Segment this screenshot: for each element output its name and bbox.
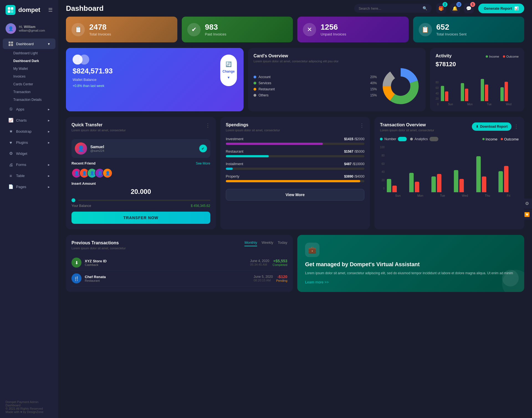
bar-group-sun — [441, 86, 459, 101]
stat-total-number: 2478 — [89, 23, 111, 32]
chart-bar-icon: 📊 — [514, 6, 519, 11]
wallet-change: +0.8% than last week — [73, 84, 113, 88]
transfer-now-button[interactable]: TRANSFER NOW — [71, 212, 210, 224]
stat-sent-invoices: 📋 652 Total Invoices Sent — [413, 17, 525, 42]
tx-item-1: ⬇ XYZ Store ID Cashback June 4, 2020 05:… — [71, 255, 287, 271]
stat-unpaid-number: 1256 — [321, 23, 346, 32]
quick-transfer-title: Quick Transfer — [71, 122, 126, 127]
outcome-legend-label: Outcome — [504, 137, 519, 141]
gift-button[interactable]: 🎁 2 — [436, 3, 446, 13]
filter-number[interactable]: Number — [380, 137, 407, 141]
legend-restaurant-dot — [254, 88, 256, 91]
message-button[interactable]: 💬 5 — [464, 3, 474, 13]
bell-button[interactable]: 🔔 12 — [450, 3, 460, 13]
forms-chevron-icon: ▸ — [48, 163, 50, 167]
tx-overview-more-icon[interactable]: ⋮ — [514, 124, 519, 130]
amount-slider[interactable] — [71, 198, 210, 202]
bar-wed-income — [500, 87, 504, 101]
number-toggle[interactable] — [398, 137, 407, 141]
stat-unpaid-invoices: ✕ 1256 Unpaid Invoices — [297, 17, 409, 42]
sidebar-table-label: Table — [16, 174, 25, 178]
sidebar-item-charts[interactable]: 📈 Charts ▸ — [3, 115, 55, 125]
friend-avatar-5: 👤 — [103, 168, 112, 178]
sidebar-item-table[interactable]: ≡ Table ▸ — [3, 170, 55, 181]
generate-report-button[interactable]: Generate Report 📊 — [478, 4, 524, 13]
svg-rect-4 — [9, 42, 11, 43]
filter-icon-btn[interactable]: 🔽 — [522, 210, 532, 220]
topbar-icons: 🎁 2 🔔 12 💬 5 — [436, 3, 474, 13]
stat-paid-number: 983 — [205, 23, 226, 32]
sidebar-logo: dompet ☰ — [0, 0, 58, 20]
user-info: Hi, William william@gmail.com — [19, 25, 45, 32]
bootstrap-icon: ★ — [8, 129, 13, 134]
sidebar-sub-cards[interactable]: Cards Center — [0, 80, 58, 88]
va-text: Lorem ipsum dolor sit amet, consectetur … — [305, 271, 516, 276]
sidebar-item-dashboard[interactable]: Dashboard ▾ — [3, 39, 55, 49]
apps-icon: ① — [8, 107, 13, 112]
va-decoration2 — [502, 270, 519, 286]
tx-item-2: 🍴 Chef Renata Restaurant June 5, 2020 08… — [71, 271, 287, 286]
restaurant-fill — [226, 155, 269, 157]
sidebar-sub-invoices[interactable]: Invoices — [0, 73, 58, 80]
tab-weekly[interactable]: Weekly — [262, 240, 273, 246]
tab-today[interactable]: Today — [278, 240, 287, 246]
check-icon: ✔ — [199, 145, 207, 152]
activity-title: Activity — [436, 53, 452, 58]
download-report-label: Download Report — [480, 125, 508, 129]
bar-mon-outcome — [465, 89, 468, 101]
search-box: 🔍 — [354, 4, 432, 13]
va-title: Get managed by Dompet's Virtual Assistan… — [305, 261, 516, 268]
stat-total-label: Total Invoices — [89, 32, 111, 36]
sidebar: dompet ☰ 👤 Hi, William william@gmail.com… — [0, 0, 58, 418]
sidebar-item-forms[interactable]: 🖨 Forms ▸ — [3, 159, 55, 170]
cards-overview-subtitle: Lorem ipsum dolor sit amet, consectetur … — [254, 60, 420, 63]
va-icon: 💼 — [305, 243, 319, 257]
page-title: Dashboard — [66, 4, 350, 13]
legend-services: Services 40% — [254, 81, 377, 85]
plugins-chevron-icon: ▸ — [48, 140, 50, 145]
tab-monthly[interactable]: Monthly — [244, 240, 257, 246]
sidebar-sub-dashboard-light[interactable]: Dashboard Light — [0, 49, 58, 57]
filter-analytics[interactable]: Analytics — [410, 137, 438, 141]
user-name: William — [24, 25, 35, 29]
svg-rect-5 — [11, 42, 13, 43]
sidebar-sub-wallet[interactable]: My Wallet — [0, 65, 58, 73]
income-legend-dot — [482, 138, 485, 140]
bar-tue-outcome — [485, 84, 488, 101]
bar-group-wed — [500, 82, 519, 101]
download-report-button[interactable]: ⬇ Download Report — [472, 122, 511, 131]
svg-rect-0 — [8, 7, 10, 10]
insert-amount: 20.000 — [71, 188, 210, 196]
sidebar-sub-dashboard-dark[interactable]: Dashboard Dark — [0, 57, 58, 65]
bootstrap-chevron-icon: ▸ — [48, 129, 50, 134]
va-link[interactable]: Learn more >> — [305, 280, 516, 284]
settings-icon-btn[interactable]: ⚙ — [522, 199, 532, 209]
view-more-button[interactable]: View More — [226, 189, 365, 201]
table-chevron-icon: ▸ — [48, 174, 50, 178]
spending-property: Property $3890 /$4000 — [226, 174, 365, 182]
hamburger-icon[interactable]: ☰ — [48, 7, 53, 13]
transfer-user: 👤 Samuel @sum224 ✔ — [71, 139, 210, 158]
spendings-more-icon[interactable]: ⋮ — [359, 122, 364, 129]
sidebar-sub-transaction[interactable]: Transaction — [0, 88, 58, 96]
tx-status-2: Pending — [276, 279, 287, 282]
dashboard-icon — [8, 41, 13, 46]
bar-chart — [441, 73, 519, 101]
sidebar-sub-transaction-details[interactable]: Transaction Details — [0, 96, 58, 104]
refresh-icon: 🔄 — [226, 61, 232, 67]
sidebar-item-bootstrap[interactable]: ★ Bootstrap ▸ — [3, 126, 55, 137]
see-more-link[interactable]: See More — [196, 161, 210, 165]
change-button[interactable]: 🔄 Change ▼ — [220, 55, 237, 86]
investment-progress — [226, 143, 365, 145]
sidebar-item-apps[interactable]: ① Apps ▸ — [3, 104, 55, 114]
sidebar-item-plugins[interactable]: ♥ Plugins ▸ — [3, 137, 55, 148]
sidebar-dashboard-label: Dashboard — [16, 42, 34, 46]
more-icon[interactable]: ⋮ — [205, 122, 210, 129]
sidebar-item-widget[interactable]: ⚙ Widget — [3, 148, 55, 159]
tx-time-1: 05:34:45 AM — [250, 263, 269, 266]
analytics-toggle[interactable] — [429, 137, 438, 141]
transaction-overview-card: Transaction Overview Lorem ipsum dolor s… — [374, 117, 524, 229]
sidebar-item-pages[interactable]: 📄 Pages ▸ — [3, 181, 55, 192]
svg-rect-1 — [11, 7, 13, 10]
search-input[interactable] — [359, 6, 420, 11]
